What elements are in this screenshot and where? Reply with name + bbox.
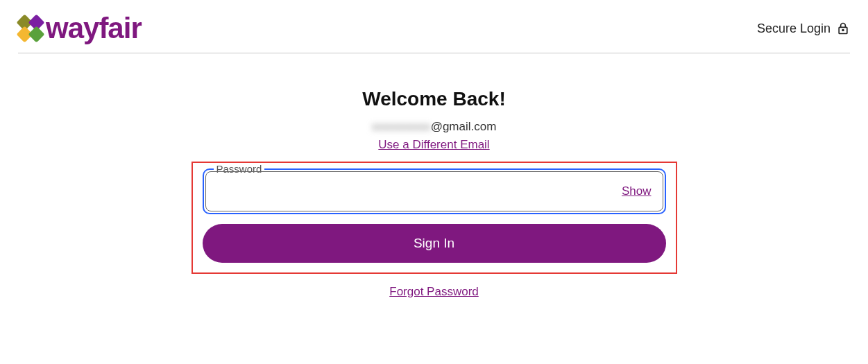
login-panel: Welcome Back! xxxxxxxxxx @gmail.com Use … [0, 53, 868, 299]
email-domain: @gmail.com [431, 120, 497, 134]
password-field-wrapper: Password Show [203, 168, 666, 214]
svg-point-1 [842, 30, 844, 31]
use-different-email-link[interactable]: Use a Different Email [378, 138, 489, 152]
email-local-blurred: xxxxxxxxxx [372, 120, 431, 134]
forgot-password-link[interactable]: Forgot Password [389, 285, 479, 299]
secure-login-label: Secure Login [757, 21, 850, 36]
sign-in-button[interactable]: Sign In [203, 224, 666, 263]
page-title: Welcome Back! [362, 88, 505, 110]
annotation-highlight-box: Password Show Sign In [192, 162, 677, 274]
show-password-button[interactable]: Show [622, 184, 652, 198]
header: wayfair Secure Login [0, 0, 868, 53]
wayfair-logo[interactable]: wayfair [18, 14, 142, 43]
password-input[interactable] [217, 172, 622, 211]
lock-icon [836, 21, 850, 35]
email-display: xxxxxxxxxx @gmail.com [372, 120, 497, 134]
brand-name: wayfair [46, 14, 142, 43]
secure-login-text: Secure Login [757, 21, 831, 36]
wayfair-flower-icon [18, 16, 43, 41]
